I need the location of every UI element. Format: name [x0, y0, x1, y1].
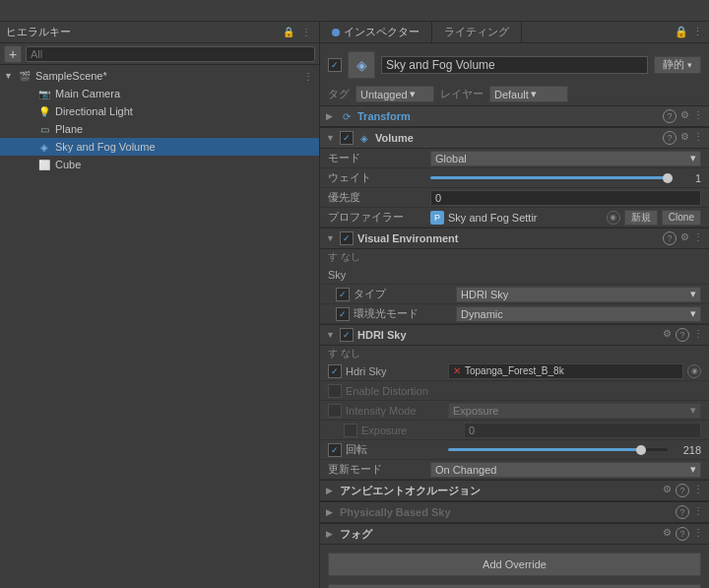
fog-help-icon[interactable]: ?: [676, 527, 689, 541]
fog-more-icon[interactable]: ⋮: [693, 527, 703, 541]
transform-more-icon[interactable]: ⋮: [693, 109, 703, 123]
tab-inspector[interactable]: インスペクター: [320, 22, 432, 42]
main-camera-item[interactable]: 📷 Main Camera: [0, 85, 319, 102]
tab-lighting[interactable]: ライティング: [432, 22, 522, 42]
fog-section-header[interactable]: ▶ フォグ ⚙ ? ⋮: [320, 523, 709, 545]
hdri-more-icon[interactable]: ⋮: [693, 328, 703, 342]
type-row: タイプ HDRI Sky ▾: [320, 285, 709, 304]
hdri-checkbox[interactable]: [340, 328, 354, 342]
weight-slider-fill: [430, 176, 668, 179]
hdri-gear1-icon[interactable]: ⚙: [663, 328, 672, 342]
scene-more[interactable]: ⋮: [303, 71, 319, 82]
more-icon[interactable]: ⋮: [299, 26, 313, 39]
directional-light-label: Directional Light: [55, 105, 133, 117]
mode-dropdown-arrow: ▾: [690, 152, 696, 164]
tag-value: Untagged: [360, 89, 408, 100]
ambient-occ-actions: ⚙ ? ⋮: [663, 484, 703, 497]
visual-env-section-header[interactable]: ▼ Visual Environment ? ⚙ ⋮: [320, 228, 709, 249]
hdri-title: HDRI Sky: [357, 329, 659, 341]
ambient-dropdown[interactable]: Dynamic ▾: [456, 306, 701, 322]
cube-item[interactable]: ⬜ Cube: [0, 156, 319, 173]
tag-dropdown[interactable]: Untagged ▾: [355, 86, 434, 102]
visual-env-fold-arrow: ▼: [326, 233, 336, 243]
texture-name: Topanga_Forest_B_8k: [465, 365, 564, 376]
tag-layer-row: タグ Untagged ▾ レイヤー Default ▾: [320, 83, 709, 105]
transform-help-icon[interactable]: ?: [663, 109, 677, 123]
rotation-slider-fill: [448, 448, 641, 451]
transform-title: Transform: [357, 110, 659, 122]
pbs-help-icon[interactable]: ?: [676, 505, 689, 519]
layer-value: Default: [494, 89, 529, 100]
intensity-checkbox[interactable]: [328, 404, 342, 418]
pbs-title: Physically Based Sky: [340, 506, 672, 518]
exposure-input[interactable]: [464, 423, 701, 438]
hdri-sky-label: Hdri Sky: [346, 365, 444, 377]
directional-light-item[interactable]: 💡 Directional Light: [0, 102, 319, 120]
intensity-dropdown[interactable]: Exposure ▾: [448, 403, 701, 419]
inspector-panel: インスペクター ライティング 🔒 ⋮ ◈ 静的 ▾: [320, 22, 709, 588]
volume-settings-icon[interactable]: ⚙: [680, 131, 689, 145]
hierarchy-search-input[interactable]: [26, 46, 315, 62]
inspector-content: ◈ 静的 ▾ タグ Untagged ▾ レイヤー Default ▾: [320, 43, 709, 588]
rotation-checkbox[interactable]: [328, 443, 342, 457]
update-mode-value: On Changed: [435, 464, 496, 476]
pbs-section-header[interactable]: ▶ Physically Based Sky ? ⋮: [320, 501, 709, 523]
transform-settings-icon[interactable]: ⚙: [680, 109, 689, 123]
plane-item[interactable]: ▭ Plane: [0, 120, 319, 138]
volume-section-header[interactable]: ▼ ◈ Volume ? ⚙ ⋮: [320, 127, 709, 149]
add-hierarchy-button[interactable]: +: [4, 45, 22, 63]
scene-arrow: ▼: [4, 71, 16, 81]
priority-input[interactable]: [430, 190, 701, 206]
add-component-button[interactable]: コンポーネントを追加: [328, 584, 701, 588]
transform-fold-arrow: ▶: [326, 111, 336, 121]
visual-env-more-icon[interactable]: ⋮: [693, 231, 703, 245]
sky-label: Sky: [328, 269, 426, 281]
exposure-checkbox[interactable]: [344, 424, 357, 437]
new-profile-button[interactable]: 新規: [624, 210, 658, 226]
fog-gear-icon[interactable]: ⚙: [663, 527, 672, 541]
type-dropdown[interactable]: HDRI Sky ▾: [456, 287, 701, 302]
layer-dropdown[interactable]: Default ▾: [489, 86, 568, 102]
distortion-checkbox[interactable]: [328, 384, 342, 398]
hdri-sky-section-header[interactable]: ▼ HDRI Sky ⚙ ? ⋮: [320, 324, 709, 346]
volume-more-icon[interactable]: ⋮: [693, 131, 703, 145]
visual-env-checkbox[interactable]: [340, 231, 354, 245]
visual-env-help-icon[interactable]: ?: [663, 231, 677, 245]
inspector-tabs: インスペクター ライティング 🔒 ⋮: [320, 22, 709, 43]
ambient-occ-more-icon[interactable]: ⋮: [693, 484, 703, 497]
ambient-occ-help-icon[interactable]: ?: [676, 484, 689, 497]
transform-section-header[interactable]: ▶ ⟳ Transform ? ⚙ ⋮: [320, 105, 709, 127]
mode-dropdown[interactable]: Global ▾: [430, 151, 701, 166]
add-override-button[interactable]: Add Override: [328, 553, 701, 576]
volume-help-icon[interactable]: ?: [663, 131, 677, 145]
more-tab-icon[interactable]: ⋮: [692, 26, 703, 38]
cube-label: Cube: [55, 159, 81, 170]
volume-active-checkbox[interactable]: [340, 131, 354, 145]
obj-name-input[interactable]: [381, 56, 648, 74]
hdri-texture-field[interactable]: ✕ Topanga_Forest_B_8k: [448, 363, 683, 379]
ambient-occ-title: アンビエントオクルージョン: [340, 484, 659, 498]
update-mode-dropdown[interactable]: On Changed ▾: [430, 462, 701, 478]
visual-env-settings-icon[interactable]: ⚙: [680, 231, 689, 245]
hdri-texture-select-btn[interactable]: ◉: [687, 364, 701, 378]
volume-section-icon: ◈: [357, 131, 371, 145]
ambient-occ-section-header[interactable]: ▶ アンビエントオクルージョン ⚙ ? ⋮: [320, 480, 709, 501]
hdri-help-icon[interactable]: ?: [676, 328, 689, 342]
type-checkbox[interactable]: [336, 288, 350, 301]
weight-slider[interactable]: 1: [430, 172, 701, 184]
layer-dropdown-arrow: ▾: [531, 88, 537, 100]
scene-root-item[interactable]: ▼ 🎬 SampleScene* ⋮: [0, 67, 319, 85]
profile-circle[interactable]: ◉: [607, 211, 620, 225]
pbs-more-icon[interactable]: ⋮: [693, 505, 703, 519]
intensity-mode-label: Intensity Mode: [346, 405, 444, 417]
obj-active-checkbox[interactable]: [328, 58, 342, 72]
ambient-checkbox[interactable]: [336, 307, 350, 321]
ambient-occ-gear-icon[interactable]: ⚙: [663, 484, 672, 497]
static-button[interactable]: 静的 ▾: [654, 56, 701, 74]
static-dropdown-arrow: ▾: [687, 60, 692, 70]
cube-icon: ⬜: [37, 158, 51, 171]
rotation-slider[interactable]: 218: [448, 444, 701, 456]
hdri-sky-checkbox[interactable]: [328, 364, 342, 378]
clone-profile-button[interactable]: Clone: [662, 210, 701, 226]
sky-fog-volume-item[interactable]: ◈ Sky and Fog Volume: [0, 138, 319, 156]
